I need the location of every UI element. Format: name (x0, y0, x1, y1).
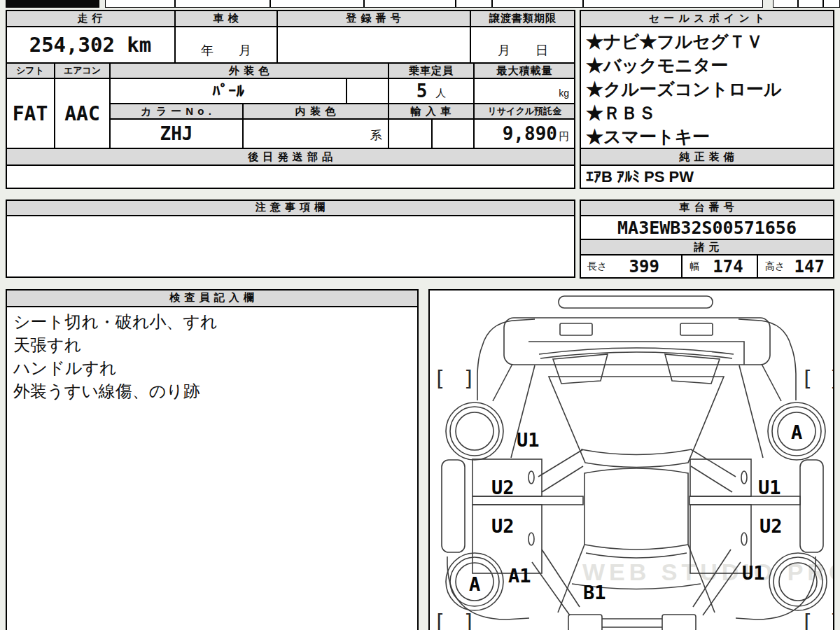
marker-rear-left: A1 (508, 565, 531, 587)
bracket-icon: ] (463, 610, 475, 630)
genuine-equipment-value: ｴｱB ｱﾙﾐ PS PW (580, 165, 834, 189)
bracket-icon: [ (433, 610, 446, 630)
marker-front-right-wheel: A (791, 421, 802, 443)
spec-height-value: 147 (785, 257, 834, 276)
spec-width-label: 幅 (690, 260, 699, 273)
recycle-unit: 円 (559, 130, 569, 148)
mileage-value: 254,302 km (6, 27, 175, 63)
top-strip-cell (456, 0, 492, 8)
marker-front-left: U1 (517, 429, 540, 451)
inspector-note-line: ハンドルすれ (13, 356, 116, 379)
sales-point-item: ★クルーズコントロール (586, 77, 782, 101)
spec-height-label: 高さ (765, 260, 785, 273)
recycle-amount: 9,890 (503, 123, 557, 144)
mileage-header: 走 行 (6, 10, 175, 27)
recycle-deposit-header: リサイクル預託金 (474, 104, 575, 119)
marker-door-left-upper: U2 (491, 477, 514, 498)
bracket-icon: ] (829, 610, 833, 630)
capacity-number: 5 (416, 80, 428, 102)
spec-length-value: 399 (607, 257, 681, 276)
recycle-deposit-value: 9,890 円 (474, 119, 575, 148)
top-strip-cell (364, 0, 456, 8)
sales-points-list: ★ナビ★フルセグＴＶ ★バックモニター ★クルーズコントロール ★ＲＢＳ ★スマ… (580, 27, 834, 148)
top-strip-cell (583, 0, 763, 8)
top-strip-cell (105, 0, 175, 8)
top-strip-cell (773, 0, 798, 8)
late-parts-header: 後 日 発 送 部 品 (6, 148, 575, 165)
inspector-note-line: 外装うすい線傷、のり跡 (13, 379, 200, 402)
top-strip-cell (175, 0, 270, 8)
spec-width-value: 174 (699, 257, 757, 276)
notes-header: 注 意 事 項 欄 (6, 200, 575, 216)
vehicle-damage-diagram: WEB STUDIO PRO (430, 290, 833, 630)
marker-rear-center: B1 (583, 582, 606, 603)
sales-point-item: ★スマートキー (586, 125, 710, 148)
top-strip-cell (823, 0, 840, 8)
sales-point-item: ★ＲＢＳ (586, 101, 656, 125)
capacity-unit: 人 (435, 87, 446, 103)
sales-points-header: セ ー ル ス ポ イ ン ト (580, 10, 834, 27)
top-strip-cell (492, 0, 583, 8)
inspector-note-line: シート切れ・破れ小、すれ (13, 310, 217, 333)
marker-door-left-lower: U2 (491, 515, 514, 537)
exterior-color-extra (346, 78, 388, 104)
sales-point-item: ★バックモニター (586, 53, 729, 77)
bracket-icon: ] (463, 366, 475, 391)
aircon-value: AAC (55, 78, 110, 148)
bracket-icon: [ (801, 610, 813, 630)
sales-point-item: ★ナビ★フルセグＴＶ (586, 29, 764, 53)
spec-length-label: 長さ (587, 260, 607, 273)
exterior-color-header: 外 装 色 (110, 63, 388, 78)
bracket-icon: [ (433, 366, 446, 391)
chassis-number: MA3EWB32S00571656 (580, 216, 834, 239)
vehicle-diagram-box: WEB STUDIO PRO (428, 289, 834, 630)
top-strip-cell (270, 0, 364, 8)
marker-door-right-lower: U2 (760, 515, 783, 537)
shift-header: シフト (6, 63, 55, 78)
genuine-equipment-header: 純 正 装 備 (580, 148, 834, 165)
auction-sheet-page: 走 行 車 検 登 録 番 号 譲渡書類期限 254,302 km 年 月 月 … (0, 0, 840, 630)
exterior-color-value: ﾊﾟｰﾙ (110, 78, 346, 104)
top-strip-black-cell (6, 0, 99, 8)
bracket-icon: ] (829, 366, 833, 391)
inspection-value: 年 月 (175, 27, 277, 63)
transfer-deadline-header: 譲渡書類期限 (470, 10, 575, 27)
chassis-header: 車 台 番 号 (580, 200, 834, 216)
spec-height: 高さ 147 (757, 255, 834, 279)
color-no-value: ZHJ (110, 119, 243, 148)
inspector-header: 検 査 員 記 入 欄 (6, 289, 419, 307)
color-no-header: カ ラ ー N o . (110, 104, 243, 119)
capacity-header: 乗車定員 (388, 63, 474, 78)
interior-color-header: 内 装 色 (243, 104, 388, 119)
import-car-header: 輸 入 車 (388, 104, 474, 119)
marker-door-right-upper: U1 (758, 477, 781, 498)
marker-rear-right: U1 (742, 562, 765, 584)
interior-color-value: 系 (243, 119, 388, 148)
registration-value (277, 27, 470, 63)
specs-header: 諸 元 (580, 239, 834, 255)
import-car-cell-2 (432, 119, 474, 148)
notes-body (6, 216, 575, 278)
max-load-header: 最大積載量 (474, 63, 575, 78)
bracket-icon: [ (801, 366, 813, 391)
aircon-header: エアコン (55, 63, 110, 78)
transfer-deadline-value: 月 日 (470, 27, 575, 63)
top-strip-cell (798, 0, 823, 8)
spec-width: 幅 174 (682, 255, 757, 279)
capacity-value: 5 人 (388, 78, 474, 104)
inspection-header: 車 検 (175, 10, 277, 27)
spec-length: 長さ 399 (580, 255, 682, 279)
registration-header: 登 録 番 号 (277, 10, 470, 27)
inspector-note-line: 天張すれ (13, 333, 81, 356)
late-parts-value (6, 165, 575, 189)
shift-value: FAT (6, 78, 55, 148)
marker-rear-left-wheel: A (469, 573, 480, 595)
import-car-cell-1 (388, 119, 432, 148)
max-load-value: kg (474, 78, 575, 104)
inspector-body: シート切れ・破れ小、すれ 天張すれ ハンドルすれ 外装うすい線傷、のり跡 (6, 307, 419, 630)
